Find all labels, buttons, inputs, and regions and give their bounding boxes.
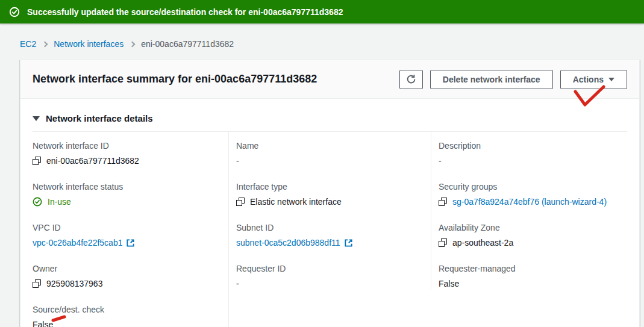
actions-button[interactable]: Actions [560, 70, 627, 89]
field-requester-id: Requester ID - [236, 255, 424, 290]
caret-down-icon [608, 78, 614, 81]
breadcrumb-network-interfaces[interactable]: Network interfaces [54, 39, 123, 49]
field-label: Source/dest. check [33, 304, 221, 316]
refresh-button[interactable] [399, 70, 423, 89]
field-label: Security groups [439, 181, 620, 193]
field-name: Name - [236, 132, 424, 167]
chevron-right-icon [130, 42, 136, 48]
delete-network-interface-button[interactable]: Delete network interface [430, 70, 553, 89]
breadcrumb: EC2 Network interfaces eni-00ac6a797711d… [0, 23, 644, 49]
field-subnet-id: Subnet ID subnet-0ca5c2d06b988df11 [236, 214, 424, 249]
copy-icon[interactable] [33, 279, 41, 288]
refresh-icon [406, 74, 416, 84]
field-label: Interface type [236, 181, 424, 193]
field-value: False [33, 318, 53, 327]
copy-icon[interactable] [439, 198, 447, 206]
external-link-icon [344, 238, 353, 248]
field-label: Subnet ID [236, 222, 424, 234]
external-link-icon [126, 238, 135, 248]
breadcrumb-current-eni: eni-00ac6a797711d3682 [141, 39, 234, 49]
details-column-2: Name - Interface type Elastic network in… [228, 132, 431, 327]
field-network-interface-status: Network interface status In-use [33, 173, 221, 208]
copy-icon[interactable] [439, 238, 447, 247]
field-network-interface-id: Network interface ID eni-00ac6a797711d36… [33, 132, 221, 167]
copy-icon[interactable] [236, 198, 245, 206]
field-label: Requester ID [236, 263, 424, 275]
field-value: ap-southeast-2a [452, 236, 513, 249]
network-interface-details-toggle[interactable]: Network interface details [20, 99, 639, 131]
status-badge: In-use [48, 195, 71, 208]
field-label: Description [439, 140, 620, 152]
field-source-dest-check: Source/dest. check False [33, 296, 221, 327]
field-label: Name [236, 140, 424, 152]
copy-icon[interactable] [33, 157, 41, 165]
field-value: Elastic network interface [250, 195, 342, 208]
delete-button-label: Delete network interface [443, 75, 540, 84]
field-security-groups: Security groups sg-0a7f8a924a74ebf76 (la… [439, 173, 620, 208]
subnet-link[interactable]: subnet-0ca5c2d06b988df11 [236, 236, 353, 249]
banner-message: Successfully updated the source/destinat… [27, 7, 343, 17]
field-label: Requester-managed [439, 263, 620, 275]
security-group-link[interactable]: sg-0a7f8a924a74ebf76 (launch-wizard-4) [452, 195, 607, 208]
field-value: - [439, 154, 442, 167]
field-value: eni-00ac6a797711d3682 [46, 154, 139, 167]
field-value: subnet-0ca5c2d06b988df11 [236, 236, 340, 249]
field-value: vpc-0c26ab4fe22f5cab1 [33, 236, 122, 249]
check-circle-icon [33, 197, 42, 207]
vpc-link[interactable]: vpc-0c26ab4fe22f5cab1 [33, 236, 135, 249]
field-availability-zone: Availability Zone ap-southeast-2a [439, 214, 620, 249]
page-title: Network interface summary for eni-00ac6a… [33, 73, 317, 86]
field-description: Description - [439, 132, 620, 167]
field-value: False [439, 277, 459, 290]
field-label: Network interface ID [33, 140, 221, 152]
field-value: 925908137963 [46, 277, 102, 290]
success-banner: Successfully updated the source/destinat… [0, 0, 644, 23]
panel-header: Network interface summary for eni-00ac6a… [20, 60, 639, 99]
field-label: Network interface status [33, 181, 221, 193]
check-circle-icon [9, 7, 20, 17]
section-title: Network interface details [46, 113, 153, 123]
breadcrumb-ec2[interactable]: EC2 [20, 39, 36, 49]
field-label: Availability Zone [439, 222, 620, 234]
details-grid: Network interface ID eni-00ac6a797711d36… [33, 131, 627, 327]
field-interface-type: Interface type Elastic network interface [236, 173, 424, 208]
field-value: - [236, 154, 239, 167]
network-interface-summary-panel: Network interface summary for eni-00ac6a… [20, 60, 640, 327]
field-label: VPC ID [33, 222, 221, 234]
field-vpc-id: VPC ID vpc-0c26ab4fe22f5cab1 [33, 214, 221, 249]
field-value: - [236, 277, 239, 290]
chevron-right-icon [42, 42, 48, 48]
header-actions: Delete network interface Actions [399, 70, 627, 89]
triangle-down-icon [33, 116, 40, 121]
field-requester-managed: Requester-managed False [439, 255, 620, 290]
field-owner: Owner 925908137963 [33, 255, 221, 290]
details-column-3: Description - Security groups sg-0a7f8a9… [431, 132, 627, 327]
actions-button-label: Actions [573, 75, 604, 84]
details-column-1: Network interface ID eni-00ac6a797711d36… [33, 132, 228, 327]
field-label: Owner [33, 263, 221, 275]
